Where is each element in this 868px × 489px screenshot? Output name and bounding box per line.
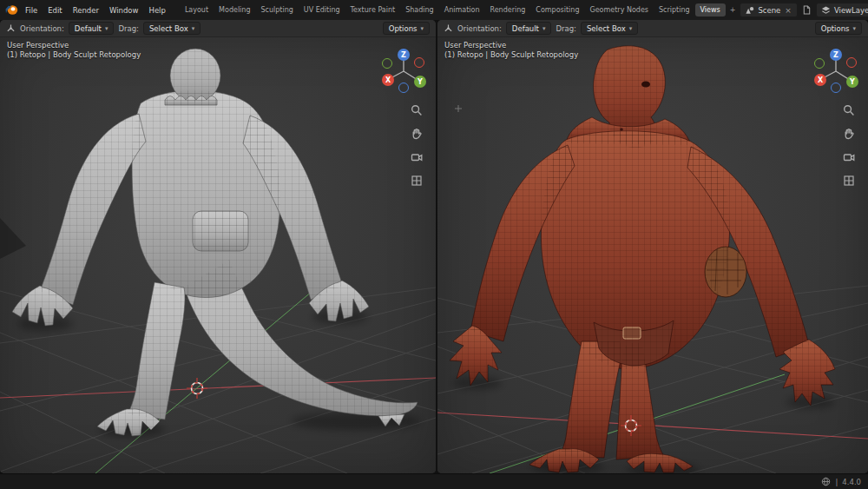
view-layer-selector[interactable]: ViewLayer ×	[816, 3, 868, 17]
workspace-tab-layout[interactable]: Layout	[180, 3, 214, 17]
view-layer-name: ViewLayer	[834, 6, 868, 15]
camera-icon[interactable]	[842, 150, 856, 164]
workspace-tab-rendering[interactable]: Rendering	[484, 3, 530, 17]
workspace-tabs: Layout Modeling Sculpting UV Editing Tex…	[180, 3, 740, 17]
workspace-tab-compositing[interactable]: Compositing	[530, 3, 584, 17]
scene-icon	[745, 5, 754, 15]
gizmo-x-neg-axis[interactable]	[415, 58, 424, 68]
zoom-icon[interactable]	[410, 103, 424, 117]
orientation-label: Orientation:	[457, 24, 502, 33]
active-object-label: (1) Retopo | Body Sculpt Retopology	[444, 50, 578, 60]
statusbar: | 4.4.0	[0, 473, 868, 489]
blender-logo-icon[interactable]	[5, 3, 18, 17]
menu-bar: File Edit Render Window Help	[20, 3, 171, 17]
viewport-left-overlay: User Perspective (1) Retopo | Body Sculp…	[7, 41, 141, 60]
menu-render[interactable]: Render	[68, 3, 104, 17]
topbar: File Edit Render Window Help Layout Mode…	[0, 0, 868, 20]
drag-label: Drag:	[556, 24, 576, 33]
workspace-tab-texture-paint[interactable]: Texture Paint	[345, 3, 401, 17]
creature-eye	[641, 81, 650, 87]
viewport-right-canvas[interactable]: User Perspective (1) Retopo | Body Sculp…	[437, 37, 868, 473]
globe-icon	[821, 477, 831, 486]
menu-help[interactable]: Help	[143, 3, 170, 17]
workspace-tab-shading[interactable]: Shading	[400, 3, 439, 17]
gizmo-x-neg-axis[interactable]	[847, 58, 857, 68]
chevron-down-icon: ▾	[629, 25, 633, 32]
viewport-left-header: Orientation: Default ▾ Drag: Select Box …	[0, 20, 436, 37]
scene-left[interactable]	[0, 37, 436, 473]
gizmo-z-neg-axis[interactable]	[832, 83, 841, 93]
chevron-down-icon: ▾	[542, 25, 546, 32]
viewport-right-overlay: User Perspective (1) Retopo | Body Sculp…	[444, 41, 578, 60]
orientation-dropdown[interactable]: Default ▾	[69, 22, 115, 35]
scene-right[interactable]	[437, 37, 868, 473]
orthographic-grid-icon[interactable]	[842, 174, 856, 188]
transform-orientation-icon	[444, 23, 453, 33]
viewport-right-header: Orientation: Default ▾ Drag: Select Box …	[437, 20, 868, 37]
gizmo-y-neg-axis[interactable]	[383, 59, 392, 69]
orthographic-grid-icon[interactable]	[410, 174, 424, 188]
chevron-down-icon: ▾	[852, 25, 856, 32]
hand-icon[interactable]	[410, 127, 424, 141]
view-mode-label: User Perspective	[444, 41, 578, 50]
view-layer-icon	[821, 5, 831, 15]
svg-text:Z: Z	[401, 51, 406, 59]
svg-text:Y: Y	[417, 78, 423, 86]
navigation-gizmo[interactable]: Z X Y	[378, 46, 429, 96]
navigation-gizmo[interactable]: Z X Y	[811, 46, 861, 96]
svg-text:X: X	[818, 76, 824, 84]
topbar-right: Scene × ViewLayer ×	[740, 3, 868, 17]
gizmo-z-neg-axis[interactable]	[399, 83, 409, 93]
menu-file[interactable]: File	[20, 3, 43, 17]
view-mode-label: User Perspective	[7, 41, 141, 50]
transform-orientation-icon	[6, 23, 16, 33]
zoom-icon[interactable]	[842, 103, 856, 117]
camera-icon[interactable]	[410, 150, 424, 164]
scene-unlink-icon[interactable]: ×	[784, 6, 792, 15]
menu-edit[interactable]: Edit	[43, 3, 67, 17]
svg-text:Y: Y	[849, 78, 855, 86]
scene-name: Scene	[758, 6, 780, 15]
orientation-dropdown[interactable]: Default ▾	[506, 22, 552, 35]
options-dropdown[interactable]: Options ▾	[383, 22, 430, 35]
workspace-tab-sculpting[interactable]: Sculpting	[255, 3, 298, 17]
drag-dropdown[interactable]: Select Box ▾	[143, 22, 201, 35]
viewport-right-tools	[842, 103, 856, 188]
chevron-down-icon: ▾	[105, 25, 108, 32]
viewport-left-tools	[410, 103, 424, 188]
active-object-label: (1) Retopo | Body Sculpt Retopology	[7, 50, 141, 60]
viewport-left-canvas[interactable]: User Perspective (1) Retopo | Body Sculp…	[0, 37, 436, 473]
workspace-tab-animation[interactable]: Animation	[439, 3, 485, 17]
add-workspace-button[interactable]: +	[726, 3, 740, 17]
drag-dropdown[interactable]: Select Box ▾	[581, 22, 638, 35]
chevron-down-icon: ▾	[420, 25, 424, 32]
workspace-tab-uv-editing[interactable]: UV Editing	[299, 3, 345, 17]
svg-text:X: X	[385, 76, 391, 84]
svg-text:Z: Z	[833, 51, 838, 59]
workspace-tab-views[interactable]: Views	[695, 3, 726, 17]
menu-window[interactable]: Window	[104, 3, 144, 17]
chevron-down-icon: ▾	[192, 25, 195, 32]
workspace-tab-geometry-nodes[interactable]: Geometry Nodes	[585, 3, 654, 17]
viewport-right: Orientation: Default ▾ Drag: Select Box …	[437, 20, 868, 473]
orientation-label: Orientation:	[20, 24, 64, 33]
hand-icon[interactable]	[842, 127, 856, 141]
options-dropdown[interactable]: Options ▾	[815, 22, 862, 35]
workspace-tab-modeling[interactable]: Modeling	[214, 3, 255, 17]
version-label: 4.4.0	[842, 478, 861, 486]
workspace-tab-scripting[interactable]: Scripting	[654, 3, 695, 17]
gizmo-y-neg-axis[interactable]	[815, 59, 825, 69]
scene-selector[interactable]: Scene ×	[740, 3, 797, 17]
creature-nostril	[620, 128, 623, 131]
status-separator: |	[835, 478, 838, 486]
viewport-left: Orientation: Default ▾ Drag: Select Box …	[0, 20, 436, 473]
new-scene-icon[interactable]	[802, 5, 812, 15]
drag-label: Drag:	[118, 24, 139, 33]
